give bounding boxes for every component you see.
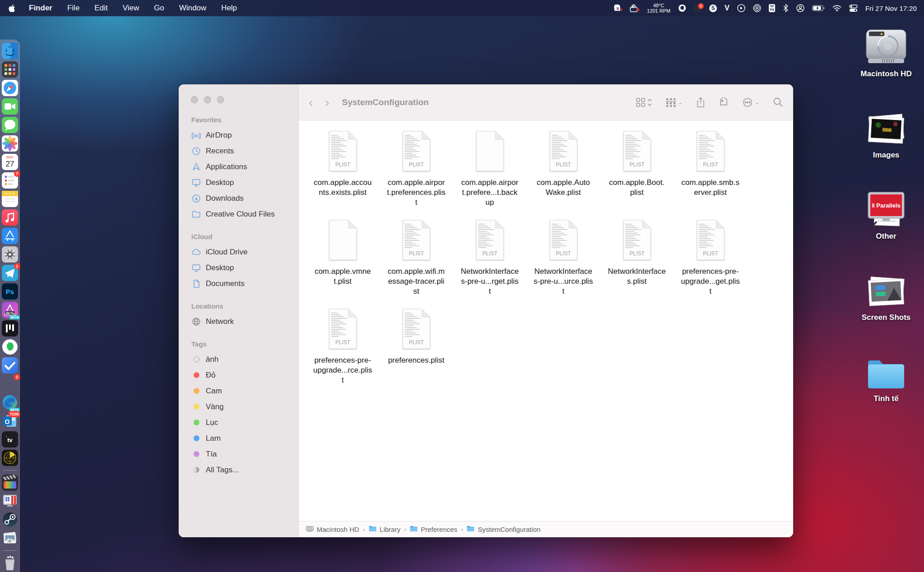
shazam-icon[interactable]: S [709, 5, 717, 12]
toolbox-icon[interactable] [630, 5, 639, 12]
sidebar-item-icloud-drive[interactable]: iCloud Drive [188, 244, 294, 260]
dock-item-calendar[interactable]: NOV27 [2, 154, 18, 170]
sidebar-item-lam[interactable]: Lam [188, 430, 294, 446]
dock-item-radar[interactable] [2, 450, 18, 466]
file-item[interactable]: com.apple.vmnet.plist [306, 219, 379, 296]
play-icon[interactable] [737, 4, 745, 12]
sidebar-item-cam[interactable]: Cam [188, 383, 294, 399]
file-item[interactable]: PLIST NetworkInterfaces-pre-u...urce.pli… [527, 219, 600, 296]
file-item[interactable]: PLIST NetworkInterfaces.plist [600, 219, 674, 296]
file-item[interactable]: PLIST preferences-pre-upgrade...get.plis… [674, 219, 747, 296]
file-item[interactable]: PLIST NetworkInterfaces-pre-u...rget.pli… [453, 219, 527, 296]
file-item[interactable]: PLIST com.apple.airport.preferences.plis… [379, 130, 453, 208]
dock-item-app-store[interactable] [2, 228, 18, 244]
desktop-icon-other[interactable]: ‖ Parallels Other [855, 183, 918, 241]
dock-item-notes[interactable] [2, 191, 18, 207]
close-button[interactable] [191, 96, 198, 103]
sidebar-item-downloads[interactable]: Downloads [188, 190, 294, 206]
menu-finder[interactable]: Finder [29, 4, 52, 13]
dock-item-steam[interactable] [2, 512, 18, 528]
file-item[interactable]: PLIST com.apple.accounts.exists.plist [306, 130, 379, 208]
sidebar-item--[interactable]: Đỏ [188, 367, 294, 383]
dock-item-apple-tv[interactable]: tv [2, 431, 18, 447]
sidebar-item-network[interactable]: Network [188, 314, 294, 329]
sidebar-item-all-tags-[interactable]: All Tags... [188, 462, 294, 478]
desktop-icon-images[interactable]: Images [855, 102, 918, 160]
share-button[interactable] [696, 97, 705, 108]
sidebar-item-t-a[interactable]: Tía [188, 446, 294, 462]
dock-item-launchpad[interactable] [2, 61, 18, 78]
path-crumb-preferences[interactable]: Preferences [410, 526, 457, 533]
path-crumb-macintosh-hd[interactable]: Macintosh HD [306, 526, 359, 533]
airplay-icon[interactable] [753, 4, 761, 12]
dock-item-messages[interactable] [2, 117, 18, 133]
sidebar-item-recents[interactable]: Recents [188, 143, 294, 159]
file-item[interactable]: PLIST com.apple.wifi.message-tracer.plis… [379, 219, 453, 296]
menu-edit[interactable]: Edit [94, 4, 107, 13]
v-app-icon[interactable]: V [725, 4, 730, 12]
notification-icon[interactable]: 1 [694, 5, 702, 12]
sidebar-item-applications[interactable]: Applications [188, 159, 294, 175]
search-button[interactable] [773, 97, 783, 107]
desktop-icon-screen-shots[interactable]: Screen Shots [855, 264, 918, 322]
sidebar-item--nh[interactable]: ảnh [188, 351, 294, 367]
menu-window[interactable]: Window [179, 4, 206, 13]
dock-item-downloads-stack[interactable] [2, 530, 18, 546]
user-account-icon[interactable] [796, 4, 804, 12]
dock-item-reminders[interactable]: 7 [2, 172, 18, 189]
dock-item-photos[interactable] [2, 135, 18, 152]
bluetooth-icon[interactable] [783, 4, 789, 12]
dock-item-music[interactable] [2, 209, 18, 226]
file-item[interactable]: com.apple.airport.prefere...t.backup [453, 130, 527, 208]
dock-item-final-cut-pro[interactable] [2, 475, 18, 491]
menu-file[interactable]: File [67, 4, 79, 13]
file-item[interactable]: PLIST com.apple.smb.server.plist [674, 130, 747, 208]
minimize-button[interactable] [204, 96, 211, 103]
input-method-icon[interactable]: VITX [769, 4, 775, 12]
group-by-button[interactable]: ⌄ [665, 97, 683, 107]
sidebar-item-airdrop[interactable]: AirDrop [188, 127, 294, 143]
back-button[interactable]: ‹ [309, 84, 313, 120]
control-center-icon[interactable] [849, 5, 858, 12]
menu-bar-clock[interactable]: Fri 27 Nov 17:20 [865, 5, 917, 12]
temperature-fan-readout[interactable]: 48°C1201 RPM [647, 3, 670, 14]
dock-item-evernote[interactable] [2, 339, 18, 355]
file-item[interactable]: PLIST preferences-pre-upgrade...rce.plis… [306, 308, 379, 385]
dock-item-messenger[interactable]: 2 [2, 376, 18, 392]
dock-item-parallels[interactable] [2, 493, 18, 509]
path-crumb-library[interactable]: Library [369, 526, 401, 533]
dock-item-telegram[interactable]: 1 [2, 265, 18, 281]
dock-item-edge[interactable]: BETA [2, 394, 18, 411]
dock-item-system-preferences[interactable] [2, 246, 18, 263]
tags-button[interactable] [719, 97, 729, 107]
file-item[interactable]: PLIST preferences.plist [379, 308, 453, 385]
dock-item-finder[interactable] [2, 43, 18, 59]
sidebar-item-v-ng[interactable]: Vàng [188, 399, 294, 415]
sidebar-item-l-c[interactable]: Lục [188, 415, 294, 430]
menu-go[interactable]: Go [154, 4, 164, 13]
zoom-button[interactable] [217, 96, 224, 103]
file-item[interactable]: PLIST com.apple.AutoWake.plist [527, 130, 600, 208]
more-actions-button[interactable]: ⌄ [742, 97, 759, 108]
dock-item-microsoft-todo[interactable] [2, 357, 18, 374]
view-mode-button[interactable] [636, 97, 652, 107]
menu-view[interactable]: View [123, 4, 139, 13]
dock-item-affinity-photo[interactable]: BETABETA [2, 302, 18, 318]
desktop-icon-macintosh-hd[interactable]: Macintosh HD [855, 21, 918, 78]
battery-icon[interactable] [812, 5, 825, 11]
dock-item-dark-bars-app[interactable] [2, 320, 18, 337]
dock-item-trash[interactable] [2, 555, 18, 571]
menu-help[interactable]: Help [221, 4, 237, 13]
dock-item-outlook[interactable]: O7238 [2, 413, 18, 429]
desktop-icon-tinh-t-[interactable]: Tinh tế [855, 346, 918, 403]
file-item[interactable]: PLIST com.apple.Boot.plist [600, 130, 674, 208]
dock-item-facetime[interactable] [2, 98, 18, 115]
cleanmymac-x-icon[interactable]: X [613, 5, 622, 12]
wifi-icon[interactable] [832, 5, 841, 12]
path-crumb-systemconfiguration[interactable]: SystemConfiguration [467, 526, 541, 533]
sidebar-item-desktop[interactable]: Desktop [188, 260, 294, 276]
dock-item-safari[interactable] [2, 80, 18, 96]
sidebar-item-documents[interactable]: Documents [188, 276, 294, 291]
forward-button[interactable]: › [325, 84, 329, 120]
sidebar-item-desktop[interactable]: Desktop [188, 175, 294, 190]
